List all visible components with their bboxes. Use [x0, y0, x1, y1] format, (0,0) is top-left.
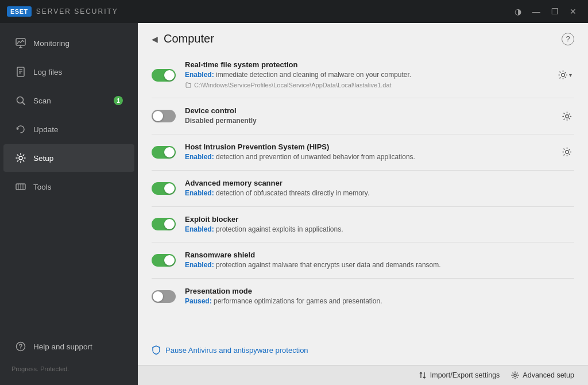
logfiles-label: Log files: [33, 68, 62, 76]
theme-toggle-button[interactable]: ◑: [510, 3, 526, 20]
main-layout: Monitoring Log files Scan 1: [0, 23, 588, 385]
sidebar-item-scan[interactable]: Scan 1: [3, 87, 134, 114]
gear-button-hips[interactable]: [560, 145, 574, 159]
svg-point-15: [20, 348, 21, 349]
toggle-knob-ransomware: [164, 255, 175, 265]
setting-ransomware: Ransomware shield Enabled: protection ag…: [152, 242, 574, 279]
setting-title-realtime-fs: Real-time file system protection: [185, 60, 547, 69]
toggle-presentation[interactable]: [152, 290, 176, 303]
window-controls: ◑ — ❐ ✕: [510, 3, 581, 20]
setting-title-exploit-blocker: Exploit blocker: [185, 215, 574, 224]
toggle-hips[interactable]: [152, 146, 176, 159]
advanced-setup-button[interactable]: Advanced setup: [511, 371, 574, 379]
toggle-knob-presentation: [153, 291, 163, 302]
setting-info-advanced-memory: Advanced memory scanner Enabled: detecti…: [185, 179, 574, 198]
help-icon: [15, 341, 26, 352]
setting-info-presentation: Presentation mode Paused: performance op…: [185, 287, 574, 306]
disabled-label-device-control: Disabled permanently: [185, 117, 257, 125]
log-files-icon: [15, 66, 26, 78]
sidebar: Monitoring Log files Scan 1: [0, 23, 138, 385]
toggle-ransomware[interactable]: [152, 254, 176, 267]
setting-desc-realtime-fs: Enabled: immediate detection and cleanin…: [185, 70, 547, 90]
gear-button-device-control[interactable]: [560, 109, 574, 124]
setting-presentation: Presentation mode Paused: performance op…: [152, 279, 574, 314]
gear-chevron-realtime-fs: ▾: [569, 72, 572, 78]
back-button[interactable]: ◀: [152, 34, 158, 44]
close-button[interactable]: ✕: [565, 3, 581, 20]
sidebar-item-tools[interactable]: Tools: [3, 173, 134, 201]
toggle-realtime-fs[interactable]: [152, 69, 176, 82]
toggle-advanced-memory[interactable]: [152, 182, 176, 195]
svg-line-8: [22, 102, 25, 105]
toggle-knob-device-control: [153, 111, 163, 121]
eset-logo-text: ESET: [7, 6, 32, 17]
setting-title-hips: Host Intrusion Prevention System (HIPS): [185, 143, 551, 151]
help-button[interactable]: ?: [562, 33, 574, 45]
setting-desc-advanced-memory: Enabled: detection of obfuscated threats…: [185, 188, 574, 198]
minimize-button[interactable]: —: [528, 3, 544, 20]
enabled-label-realtime-fs: Enabled:: [185, 71, 214, 79]
sidebar-item-logfiles[interactable]: Log files: [3, 58, 134, 86]
settings-list: Real-time file system protection Enabled…: [138, 52, 588, 335]
setting-desc-hips: Enabled: detection and prevention of unw…: [185, 152, 551, 162]
sidebar-item-monitoring[interactable]: Monitoring: [3, 29, 134, 57]
scan-badge: 1: [114, 96, 123, 105]
scan-label: Scan: [33, 97, 51, 105]
enabled-label-ransomware: Enabled:: [185, 261, 214, 269]
setting-info-exploit-blocker: Exploit blocker Enabled: protection agai…: [185, 215, 574, 234]
tools-icon: [15, 181, 26, 192]
sidebar-item-help[interactable]: Help and support: [3, 333, 134, 360]
setting-desc-device-control: Disabled permanently: [185, 116, 551, 126]
setting-desc-exploit-blocker: Enabled: protection against exploits in …: [185, 225, 574, 234]
svg-point-9: [19, 156, 22, 160]
pause-link-label: Pause Antivirus and antispyware protecti…: [165, 346, 308, 355]
pause-antivirus-link[interactable]: Pause Antivirus and antispyware protecti…: [138, 335, 588, 365]
sidebar-bottom: Help and support Progress. Protected.: [0, 328, 138, 379]
svg-point-16: [562, 74, 565, 77]
setting-title-ransomware: Ransomware shield: [185, 251, 574, 259]
scan-icon: [15, 95, 26, 106]
advanced-setup-icon: [511, 371, 519, 379]
sidebar-item-update[interactable]: Update: [3, 116, 134, 143]
setting-info-realtime-fs: Real-time file system protection Enabled…: [185, 60, 547, 90]
setting-desc-presentation: Paused: performance optimizations for ga…: [185, 297, 574, 306]
monitoring-label: Monitoring: [33, 39, 69, 48]
toggle-knob-hips: [164, 147, 175, 157]
sidebar-item-setup[interactable]: Setup: [3, 144, 134, 172]
import-export-label: Import/Export settings: [430, 371, 500, 379]
toggle-knob-realtime-fs: [164, 70, 175, 80]
page-title: Computer: [164, 32, 214, 45]
app-name: SERVER SECURITY: [36, 7, 118, 16]
setting-title-advanced-memory: Advanced memory scanner: [185, 179, 574, 187]
gear-button-realtime-fs[interactable]: ▾: [556, 68, 574, 82]
app-logo: ESET SERVER SECURITY: [7, 6, 118, 17]
maximize-button[interactable]: ❐: [547, 3, 563, 20]
setting-hips: Host Intrusion Prevention System (HIPS) …: [152, 134, 574, 171]
paused-label-presentation: Paused:: [185, 297, 212, 305]
svg-point-17: [566, 114, 569, 118]
content-header-left: ◀ Computer: [152, 32, 214, 45]
import-export-button[interactable]: Import/Export settings: [419, 371, 500, 379]
toggle-exploit-blocker[interactable]: [152, 218, 176, 230]
setting-path-realtime-fs: C:\Windows\ServiceProfiles\LocalService\…: [185, 81, 547, 90]
setting-advanced-memory: Advanced memory scanner Enabled: detecti…: [152, 171, 574, 207]
content-footer: Import/Export settings Advanced setup: [138, 365, 588, 385]
toggle-knob-exploit-blocker: [164, 219, 175, 229]
setting-info-device-control: Device control Disabled permanently: [185, 106, 551, 126]
toggle-knob-advanced-memory: [164, 183, 175, 194]
status-text: Progress. Protected.: [0, 361, 138, 377]
toggle-device-control[interactable]: [152, 110, 176, 122]
import-export-icon: [419, 371, 427, 379]
setting-exploit-blocker: Exploit blocker Enabled: protection agai…: [152, 207, 574, 243]
content-header: ◀ Computer ?: [138, 23, 588, 52]
setup-label: Setup: [33, 154, 53, 163]
setting-info-hips: Host Intrusion Prevention System (HIPS) …: [185, 143, 551, 162]
shield-icon: [152, 345, 161, 355]
svg-rect-3: [17, 67, 24, 76]
enabled-label-advanced-memory: Enabled:: [185, 189, 214, 197]
svg-point-21: [514, 374, 516, 376]
setting-info-ransomware: Ransomware shield Enabled: protection ag…: [185, 251, 574, 270]
setting-title-presentation: Presentation mode: [185, 287, 574, 295]
enabled-label-hips: Enabled:: [185, 153, 214, 161]
tools-label: Tools: [33, 183, 52, 191]
